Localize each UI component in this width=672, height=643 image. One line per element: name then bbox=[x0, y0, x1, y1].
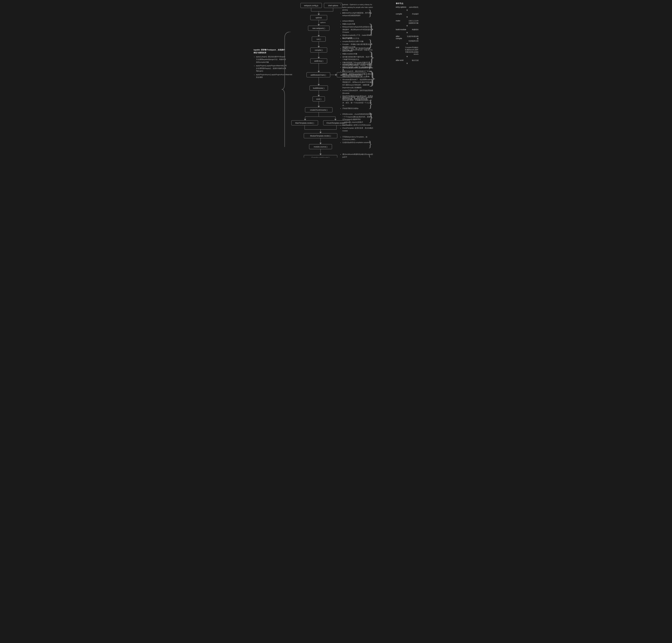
svg-marker-54 bbox=[334, 119, 337, 120]
svg-text:optimist: optimist bbox=[316, 17, 322, 19]
event-desc-compile: 开始编译 bbox=[412, 13, 418, 15]
svg-marker-22 bbox=[318, 46, 320, 48]
svg-marker-52 bbox=[304, 119, 306, 120]
event-desc-after-compile: 完成所有模块构建结束编译过程 bbox=[406, 35, 418, 42]
svg-marker-67 bbox=[319, 143, 322, 144]
event-name-entry-options: entry-options bbox=[396, 6, 406, 8]
event-desc-make: 分析入口文件创建模块对象 bbox=[408, 20, 418, 24]
svg-text:shell options: shell options bbox=[328, 4, 338, 7]
svg-marker-30 bbox=[318, 71, 320, 72]
svg-text:addModuleChain( ): addModuleChain( ) bbox=[310, 74, 326, 76]
event-name-after-emit: after-emit bbox=[396, 59, 404, 61]
svg-text:buildModule( ): buildModule( ) bbox=[313, 87, 324, 89]
event-entry-options: entry-options option初始化 bbox=[396, 6, 418, 8]
svg-marker-26 bbox=[318, 57, 320, 59]
event-name-emit: emit bbox=[396, 46, 399, 55]
svg-text:addEntry( ): addEntry( ) bbox=[314, 60, 323, 62]
svg-text:createChunkAssets( ): createChunkAssets( ) bbox=[310, 109, 327, 111]
svg-marker-18 bbox=[318, 35, 320, 37]
event-build-module: build-module 构建模块 bbox=[396, 28, 418, 31]
chevron-5: ▼ bbox=[396, 43, 418, 45]
chevron-3: ▼ bbox=[396, 25, 418, 27]
webpack-init-note: webpack初始化 构建compiler对象 WebpackOptionsAp… bbox=[340, 20, 373, 39]
event-make: make 分析入口文件创建模块对象 bbox=[396, 20, 418, 24]
svg-text:new webpack( ): new webpack( ) bbox=[312, 27, 325, 29]
event-desc-after-emit: 输出完成 bbox=[412, 59, 418, 61]
event-after-emit: after-emit 输出完成 bbox=[396, 59, 418, 61]
event-desc-build-module: 构建模块 bbox=[412, 28, 418, 31]
event-name-compile: compile bbox=[396, 13, 402, 15]
svg-text:ModuleTemplate.render( ): ModuleTemplate.render( ) bbox=[310, 135, 331, 137]
event-compile: compile 开始编译 bbox=[396, 13, 418, 15]
optimist-note: optimist：Optimist is a node.js library f… bbox=[340, 3, 373, 17]
svg-text:module.source( ): module.source( ) bbox=[314, 146, 327, 148]
svg-text:MainTemplate.render( ): MainTemplate.render( ) bbox=[295, 122, 314, 124]
chevron-6: ▼ bbox=[396, 55, 418, 58]
events-title: 事件节点: bbox=[396, 2, 418, 5]
event-name-make: make bbox=[396, 20, 400, 24]
svg-marker-42 bbox=[318, 95, 320, 97]
event-desc-emit: Compiler开始输出生成的assets,插件有最后的机会修改assets bbox=[405, 46, 418, 55]
emit-note: 通过emitAssets将最终的js输出到output的path中 bbox=[340, 153, 373, 159]
event-desc-entry-options: option初始化 bbox=[409, 6, 418, 8]
svg-text:compile( ): compile( ) bbox=[315, 49, 323, 51]
events-panel: 事件节点: entry-options option初始化 ▼ compile … bbox=[396, 2, 418, 66]
addmoduledeps-note: 解析入口js文件，通过对应的工厂方法创建模块，保存到compilation对象上… bbox=[340, 70, 373, 101]
event-name-after-compile: after-compile bbox=[396, 35, 406, 42]
chevron-7: ▼ bbox=[396, 62, 418, 65]
render-note: 所有的module，chunk仍然保存的是通过一个个require()聚合起来的… bbox=[340, 113, 373, 132]
chevron-1: ▼ bbox=[396, 9, 418, 12]
svg-marker-71 bbox=[319, 154, 322, 155]
module-source-note: 不同的dependencyTemplates，如CommonJs,AMD... … bbox=[340, 136, 373, 144]
svg-text:options: options bbox=[320, 22, 326, 23]
svg-text:webpack.config.js: webpack.config.js bbox=[304, 4, 318, 7]
svg-marker-9 bbox=[318, 14, 320, 15]
svg-marker-34 bbox=[335, 74, 337, 76]
svg-marker-38 bbox=[318, 84, 320, 86]
svg-marker-46 bbox=[318, 106, 320, 107]
chevron-2: ▼ bbox=[396, 16, 418, 19]
svg-text:seal( ): seal( ) bbox=[316, 98, 321, 100]
event-after-compile: after-compile 完成所有模块构建结束编译过程 bbox=[396, 35, 418, 42]
chevron-4: ▼ bbox=[396, 32, 418, 34]
event-name-build-module: build-module bbox=[396, 28, 406, 31]
svg-text:run( ): run( ) bbox=[316, 38, 321, 40]
page-container: tapable: 贯穿整个webpack，实现插件绑定与调用的库 apply()… bbox=[252, 0, 420, 161]
seal-note: 调用seal方法封装，逐次对每个module和chunk进行整理，生成编译后的源… bbox=[340, 96, 373, 110]
svg-marker-14 bbox=[318, 24, 320, 26]
svg-text:Compiler.emitAssets( ): Compiler.emitAssets( ) bbox=[311, 157, 330, 158]
event-emit: emit Compiler开始输出生成的assets,插件有最后的机会修改ass… bbox=[396, 46, 418, 55]
svg-marker-63 bbox=[319, 132, 322, 133]
